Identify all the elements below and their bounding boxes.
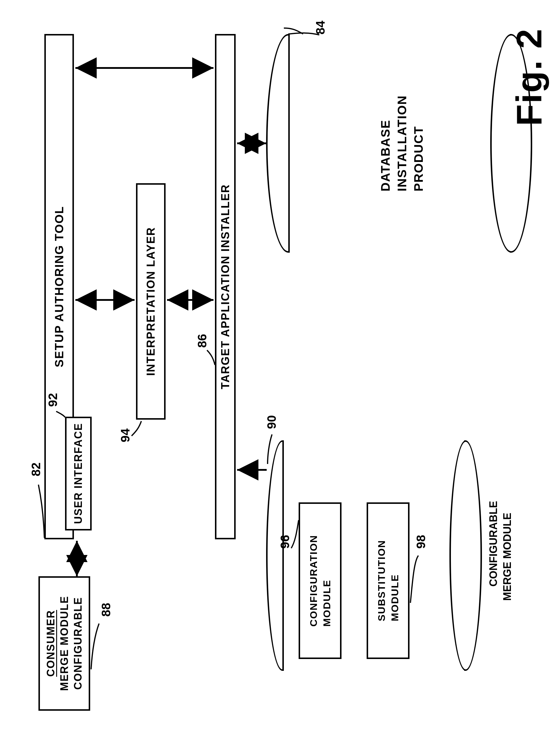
connectors xyxy=(0,0,560,732)
